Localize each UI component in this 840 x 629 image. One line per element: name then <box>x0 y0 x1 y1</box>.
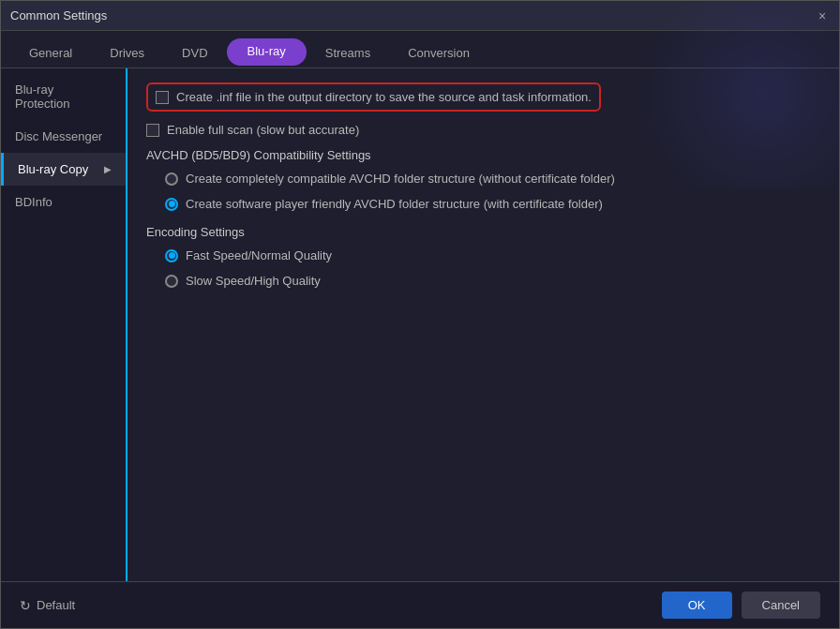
default-label: Default <box>37 598 75 612</box>
avchd-no-cert-radio[interactable] <box>165 172 178 186</box>
close-button[interactable]: × <box>815 8 830 23</box>
inf-file-label: Create .inf file in the output directory… <box>176 90 592 104</box>
slow-speed-row: Slow Speed/High Quality <box>165 274 820 288</box>
sidebar: Blu-ray Protection Disc Messenger Blu-ra… <box>1 68 128 581</box>
cancel-button[interactable]: Cancel <box>742 592 820 619</box>
inf-file-row: Create .inf file in the output directory… <box>146 82 601 112</box>
footer-buttons: OK Cancel <box>662 592 820 619</box>
title-bar: Common Settings × <box>1 1 839 31</box>
encoding-section-title: Encoding Settings <box>146 225 820 239</box>
sidebar-item-bluray-copy[interactable]: Blu-ray Copy ▶ <box>1 153 126 186</box>
avchd-section-title: AVCHD (BD5/BD9) Compatibility Settings <box>146 148 820 162</box>
main-area: Blu-ray Protection Disc Messenger Blu-ra… <box>1 68 839 581</box>
chevron-right-icon: ▶ <box>104 164 112 174</box>
tab-bar: General Drives DVD Blu-ray Streams Conve… <box>1 31 839 68</box>
full-scan-checkbox[interactable] <box>146 124 159 137</box>
tab-bluray[interactable]: Blu-ray <box>227 38 307 66</box>
content-area: Create .inf file in the output directory… <box>128 68 839 581</box>
footer: ↻ Default OK Cancel <box>1 581 839 628</box>
avchd-with-cert-row: Create software player friendly AVCHD fo… <box>165 197 820 211</box>
fast-speed-label: Fast Speed/Normal Quality <box>186 248 332 262</box>
avchd-with-cert-label: Create software player friendly AVCHD fo… <box>186 197 603 211</box>
full-scan-row: Enable full scan (slow but accurate) <box>146 123 820 137</box>
sidebar-item-bluray-protection[interactable]: Blu-ray Protection <box>1 73 126 120</box>
ok-button[interactable]: OK <box>662 592 732 619</box>
fast-speed-radio[interactable] <box>165 249 178 262</box>
sidebar-item-bdinfo[interactable]: BDInfo <box>1 186 126 218</box>
sidebar-item-disc-messenger[interactable]: Disc Messenger <box>1 120 126 153</box>
tab-dvd[interactable]: DVD <box>163 38 226 67</box>
avchd-no-cert-label: Create completely compatible AVCHD folde… <box>186 172 615 186</box>
slow-speed-label: Slow Speed/High Quality <box>186 274 321 288</box>
encoding-options: Fast Speed/Normal Quality Slow Speed/Hig… <box>165 248 820 288</box>
avchd-options: Create completely compatible AVCHD folde… <box>165 172 820 211</box>
full-scan-label: Enable full scan (slow but accurate) <box>167 123 359 137</box>
avchd-with-cert-radio[interactable] <box>165 198 178 211</box>
window-title: Common Settings <box>10 8 107 22</box>
slow-speed-radio[interactable] <box>165 275 178 288</box>
tab-drives[interactable]: Drives <box>91 38 163 67</box>
dialog-window: Common Settings × General Drives DVD Blu… <box>0 0 840 629</box>
tab-conversion[interactable]: Conversion <box>389 38 488 67</box>
default-button[interactable]: ↻ Default <box>20 598 75 613</box>
inf-file-checkbox[interactable] <box>156 91 169 104</box>
avchd-no-cert-row: Create completely compatible AVCHD folde… <box>165 172 820 186</box>
tab-general[interactable]: General <box>10 38 91 67</box>
tab-streams[interactable]: Streams <box>307 38 389 67</box>
reset-icon: ↻ <box>20 598 31 613</box>
fast-speed-row: Fast Speed/Normal Quality <box>165 248 820 262</box>
